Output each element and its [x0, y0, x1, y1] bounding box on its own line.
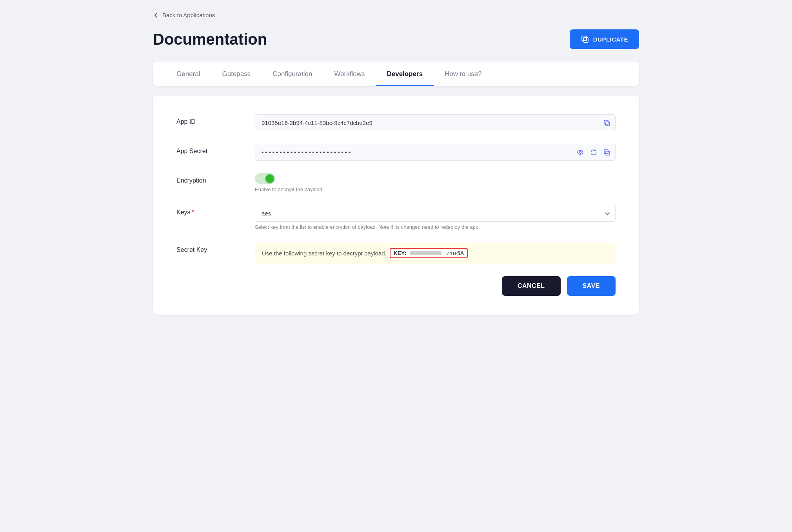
tab-workflows[interactable]: Workflows [323, 62, 376, 86]
cancel-button[interactable]: CANCEL [502, 276, 561, 296]
secret-key-label: Secret Key [176, 242, 255, 253]
app-secret-refresh-button[interactable] [588, 147, 599, 158]
app-secret-row: App Secret [176, 144, 616, 161]
keys-select-wrapper: aes rsa [255, 205, 616, 222]
encryption-toggle-wrapper [255, 173, 616, 184]
secret-key-row: Secret Key Use the following secret key … [176, 242, 616, 264]
app-id-row: App ID [176, 114, 616, 131]
svg-rect-2 [606, 122, 610, 126]
svg-rect-7 [604, 150, 608, 154]
keys-hint: Select key from the list to enable encry… [255, 224, 616, 230]
page-header: Documentation DUPLICATE [153, 29, 639, 49]
app-secret-input-wrapper [255, 144, 616, 161]
tab-general[interactable]: General [165, 62, 211, 86]
tab-developers[interactable]: Developers [376, 62, 434, 86]
content-card: App ID App Secret [153, 96, 639, 315]
copy-icon [603, 119, 611, 127]
app-id-label: App ID [176, 114, 255, 125]
duplicate-label: DUPLICATE [593, 36, 628, 43]
action-row: CANCEL SAVE [176, 276, 616, 296]
app-secret-control [255, 144, 616, 161]
svg-rect-3 [604, 120, 608, 124]
app-id-copy-button[interactable] [603, 119, 611, 127]
app-id-input-wrapper [255, 114, 616, 131]
tab-how-to-use[interactable]: How to use? [434, 62, 493, 86]
copy-secret-icon [603, 148, 611, 156]
app-secret-copy-button[interactable] [601, 147, 612, 158]
encryption-control: Enable to encrypt the payload [255, 173, 616, 192]
key-label: KEY: [394, 250, 406, 256]
save-button[interactable]: SAVE [567, 276, 616, 296]
secret-key-prefix: Use the following secret key to decrypt … [262, 250, 387, 257]
page-title: Documentation [153, 31, 267, 48]
keys-row: Keys* aes rsa Select key from the list t… [176, 205, 616, 230]
tabs-card: General Gatepass Configuration Workflows… [153, 62, 639, 86]
duplicate-icon [581, 35, 589, 43]
keys-label: Keys* [176, 205, 255, 216]
app-secret-input[interactable] [255, 144, 616, 161]
app-id-input[interactable] [255, 114, 616, 131]
key-suffix: izm+5A [445, 250, 464, 256]
keys-required-marker: * [192, 209, 194, 215]
tabs-row: General Gatepass Configuration Workflows… [153, 62, 639, 86]
svg-rect-1 [582, 36, 587, 41]
svg-rect-0 [583, 38, 588, 42]
tab-gatepass[interactable]: Gatepass [211, 62, 262, 86]
tab-configuration[interactable]: Configuration [262, 62, 323, 86]
back-to-applications-link[interactable]: Back to Applications [153, 12, 215, 18]
app-secret-label: App Secret [176, 144, 255, 155]
encryption-label: Encryption [176, 173, 255, 184]
encryption-toggle[interactable] [255, 173, 275, 184]
keys-control: aes rsa Select key from the list to enab… [255, 205, 616, 230]
svg-point-5 [579, 151, 581, 153]
keys-select[interactable]: aes rsa [255, 205, 616, 222]
encryption-row: Encryption Enable to encrypt the payload [176, 173, 616, 192]
encryption-hint: Enable to encrypt the payload [255, 186, 616, 192]
toggle-slider [255, 173, 275, 184]
eye-icon [576, 148, 584, 156]
secret-key-control: Use the following secret key to decrypt … [255, 242, 616, 264]
app-secret-icons [575, 147, 612, 158]
svg-rect-6 [606, 151, 610, 155]
duplicate-button[interactable]: DUPLICATE [570, 29, 639, 49]
arrow-left-icon [153, 12, 159, 18]
app-id-control [255, 114, 616, 131]
key-masked [410, 251, 441, 255]
back-link-label: Back to Applications [162, 12, 215, 18]
svg-point-4 [578, 150, 583, 154]
key-highlight: KEY: izm+5A [390, 248, 468, 258]
refresh-icon [590, 148, 598, 156]
secret-key-box: Use the following secret key to decrypt … [255, 242, 616, 264]
app-secret-view-button[interactable] [575, 147, 586, 158]
